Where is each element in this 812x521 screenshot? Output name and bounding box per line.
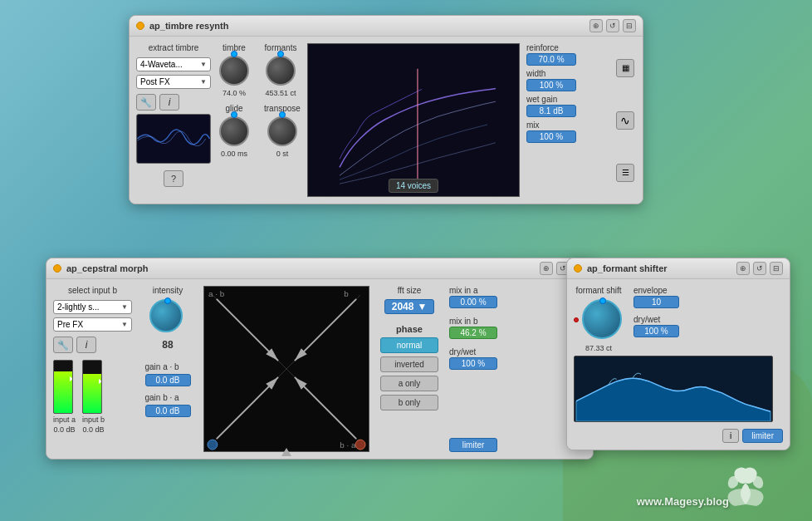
meter-a-group: input a 0.0 dB bbox=[53, 360, 76, 434]
meter-b-value: 0.0 dB bbox=[82, 425, 105, 434]
timbre-waveform bbox=[136, 114, 211, 164]
cepstral-info-btn[interactable]: i bbox=[76, 337, 96, 353]
envelope-value[interactable]: 10 bbox=[633, 296, 679, 308]
timbre-spectrum-container: 14 voices bbox=[307, 43, 520, 197]
transpose-value: 0 st bbox=[276, 150, 289, 158]
phase-b-only-btn[interactable]: b only bbox=[380, 395, 438, 410]
griffin-icon bbox=[725, 464, 766, 514]
intensity-knob[interactable] bbox=[149, 299, 183, 332]
timbre-icon-3[interactable]: ⊟ bbox=[623, 19, 636, 32]
formant-bottom-btns: i limiter bbox=[574, 429, 783, 443]
timbre-right-section: reinforce 70.0 % width 100 % wet gain 8.… bbox=[526, 43, 609, 197]
gain-ba-label: gain b · a bbox=[145, 393, 191, 402]
phase-a-only-btn[interactable]: a only bbox=[380, 376, 438, 391]
meter-a-value: 0.0 dB bbox=[53, 425, 76, 434]
formant-info-btn[interactable]: i bbox=[722, 429, 739, 443]
extract-label: extract timbre bbox=[136, 43, 211, 52]
timbre-knob-group2: glide 0.00 ms transpose 0 st bbox=[218, 104, 301, 158]
cepstral-icon-1[interactable]: ⊕ bbox=[540, 262, 553, 275]
morph-display-container: a · b b b · a bbox=[203, 286, 369, 452]
glide-knob-container[interactable] bbox=[218, 115, 251, 148]
formants-value: 453.51 ct bbox=[265, 89, 296, 97]
timbre-dropdown1[interactable]: 4-Waveta... ▼ bbox=[136, 57, 211, 71]
timbre-wave-icon-btn[interactable]: ∿ bbox=[616, 111, 634, 130]
cepstral-icon-row: 🔧 i bbox=[53, 337, 132, 353]
cepstral-title: ap_cepstral morph bbox=[66, 263, 535, 273]
timbre-dropdown2[interactable]: Post FX ▼ bbox=[136, 75, 211, 89]
formant-dry-wet-value[interactable]: 100 % bbox=[633, 325, 679, 337]
timbre-mix-value[interactable]: 100 % bbox=[526, 130, 576, 143]
formant-title: ap_formant shifter bbox=[587, 263, 731, 273]
svg-text:b: b bbox=[344, 289, 349, 298]
mix-in-a-value[interactable]: 0.00 % bbox=[449, 296, 497, 308]
formant-shift-value: 87.33 ct bbox=[585, 344, 612, 352]
formant-limiter-btn[interactable]: limiter bbox=[742, 429, 783, 443]
wet-gain-value[interactable]: 8.1 dB bbox=[526, 105, 576, 117]
cepstral-dropdown1[interactable]: 2-lightly s... ▼ bbox=[53, 300, 132, 314]
timbre-knob-container[interactable] bbox=[218, 54, 251, 87]
svg-text:b · a: b · a bbox=[340, 440, 356, 450]
dry-wet-group: dry/wet 100 % bbox=[449, 347, 507, 370]
transpose-knob-dot bbox=[279, 111, 286, 118]
timbre-bars-icon-btn[interactable]: ▦ bbox=[616, 59, 634, 77]
extract-section: extract timbre 4-Waveta... ▼ Post FX ▼ 🔧… bbox=[136, 43, 211, 197]
timbre-info-btn[interactable]: i bbox=[159, 94, 179, 111]
cepstral-dropdown2[interactable]: Pre FX ▼ bbox=[53, 317, 132, 332]
formants-knob[interactable] bbox=[266, 56, 296, 86]
fft-arrow: ▼ bbox=[417, 301, 427, 312]
timbre-spectrum: 14 voices bbox=[307, 43, 520, 197]
transpose-knob[interactable] bbox=[267, 116, 297, 146]
timbre-dropdown2-value: Post FX bbox=[140, 77, 170, 86]
timbre-knob-dot bbox=[231, 51, 237, 57]
cepstral-dry-wet-label: dry/wet bbox=[449, 347, 507, 356]
wet-gain-label: wet gain bbox=[526, 95, 609, 104]
width-value[interactable]: 100 % bbox=[526, 79, 576, 91]
timbre-icon-2[interactable]: ↺ bbox=[606, 19, 619, 32]
mix-in-b-group: mix in b 46.2 % bbox=[449, 317, 507, 339]
gain-ab-value[interactable]: 0.0 dB bbox=[145, 374, 191, 386]
formant-params: envelope 10 dry/wet 100 % bbox=[633, 286, 679, 337]
formant-shift-label: formant shift bbox=[575, 286, 621, 295]
formant-icon-1[interactable]: ⊕ bbox=[736, 262, 750, 275]
formant-knob[interactable] bbox=[582, 299, 622, 339]
gain-ba-group: gain b · a 0.0 dB bbox=[145, 393, 191, 417]
intensity-value: 88 bbox=[162, 339, 173, 351]
glide-knob-item: glide 0.00 ms bbox=[218, 104, 251, 158]
timbre-list-icon-btn[interactable]: ☰ bbox=[616, 164, 634, 182]
mix-in-a-group: mix in a 0.00 % bbox=[449, 286, 507, 308]
formant-icon-2[interactable]: ↺ bbox=[753, 262, 766, 275]
formant-icon-3[interactable]: ⊟ bbox=[770, 262, 783, 275]
mix-in-a-label: mix in a bbox=[449, 286, 507, 295]
gain-ab-group: gain a · b 0.0 dB bbox=[145, 362, 191, 386]
formant-window: ap_formant shifter ⊕ ↺ ⊟ formant shift bbox=[566, 258, 790, 450]
phase-inverted-btn[interactable]: inverted bbox=[380, 356, 438, 372]
timbre-knob[interactable] bbox=[219, 56, 249, 86]
intensity-knob-dot bbox=[164, 297, 171, 304]
mix-in-b-value[interactable]: 46.2 % bbox=[449, 327, 497, 339]
timbre-wrench-btn[interactable]: 🔧 bbox=[136, 94, 156, 111]
formant-knob-container[interactable] bbox=[582, 299, 624, 341]
fft-section: fft size 2048 ▼ phase normal inverted a … bbox=[376, 286, 443, 452]
meter-a-arrow bbox=[70, 376, 73, 381]
glide-knob[interactable] bbox=[219, 116, 249, 146]
meter-b bbox=[82, 360, 102, 414]
timbre-icon-1[interactable]: ⊕ bbox=[589, 19, 603, 32]
cepstral-wrench-btn[interactable]: 🔧 bbox=[53, 337, 73, 353]
phase-normal-btn[interactable]: normal bbox=[380, 337, 438, 353]
formants-knob-container[interactable] bbox=[264, 54, 297, 87]
timbre-title-icons: ⊕ ↺ ⊟ bbox=[589, 19, 636, 32]
cepstral-dropdown2-arrow: ▼ bbox=[121, 321, 128, 328]
intensity-label: intensity bbox=[153, 286, 183, 295]
reinforce-value[interactable]: 70.0 % bbox=[526, 53, 576, 66]
transpose-knob-item: transpose 0 st bbox=[264, 104, 301, 158]
transpose-knob-container[interactable] bbox=[266, 115, 299, 148]
fft-value-box[interactable]: 2048 ▼ bbox=[384, 299, 435, 314]
cepstral-dry-wet-value[interactable]: 100 % bbox=[449, 357, 497, 370]
gain-ba-value[interactable]: 0.0 dB bbox=[145, 405, 191, 417]
cepstral-limiter-btn[interactable]: limiter bbox=[449, 438, 497, 452]
timbre-question-btn[interactable]: ? bbox=[164, 170, 183, 187]
timbre-mix-label: mix bbox=[526, 120, 609, 130]
intensity-knob-container[interactable] bbox=[149, 299, 186, 336]
voices-btn[interactable]: 14 voices bbox=[389, 179, 438, 193]
cepstral-content: select input b 2-lightly s... ▼ Pre FX ▼… bbox=[46, 279, 593, 459]
